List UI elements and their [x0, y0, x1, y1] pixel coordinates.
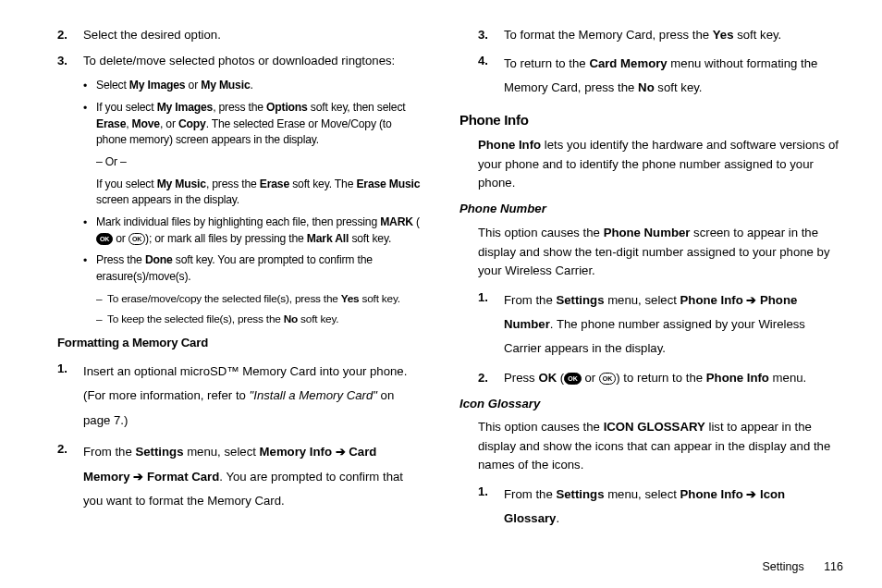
- bullet-text: If you select My Images, press the Optio…: [96, 100, 423, 149]
- format-step-3: 3. To format the Memory Card, press the …: [478, 26, 843, 44]
- bullet-text: Press the Done soft key. You are prompte…: [96, 252, 423, 285]
- step-number: 2.: [57, 26, 83, 44]
- if-music: If you select My Music, press the Erase …: [96, 177, 423, 209]
- format-step-1: 1. Insert an optional microSD™ Memory Ca…: [57, 360, 423, 433]
- ok-icon-filled: OK: [564, 373, 582, 385]
- dash-mark: –: [96, 312, 107, 328]
- icon-glossary-step-1: 1. From the Settings menu, select Phone …: [478, 483, 843, 532]
- step-text: Select the desired option.: [83, 26, 423, 44]
- ok-icon-outline: OK: [599, 373, 617, 385]
- step-text: From the Settings menu, select Phone Inf…: [504, 288, 843, 361]
- step-number: 3.: [478, 26, 504, 44]
- ok-icon-filled: OK: [96, 233, 113, 245]
- step-number: 2.: [57, 440, 83, 513]
- format-step-4: 4. To return to the Card Memory menu wit…: [478, 52, 843, 101]
- step-text: To return to the Card Memory menu withou…: [504, 52, 843, 101]
- heading-phone-number: Phone Number: [459, 200, 843, 218]
- step-number: 1.: [57, 360, 83, 433]
- phone-info-para: Phone Info lets you identify the hardwar…: [478, 136, 843, 192]
- step-3: 3. To delete/move selected photos or dow…: [57, 52, 423, 70]
- step-number: 2.: [478, 369, 504, 387]
- step-2: 2. Select the desired option.: [57, 26, 423, 44]
- bullet-mark: • Mark individual files by highlighting …: [83, 214, 423, 247]
- dash-text: To keep the selected file(s), press the …: [107, 312, 423, 328]
- ok-icon-outline: OK: [129, 233, 145, 245]
- footer-page-number: 116: [824, 560, 843, 573]
- bullet-dot: •: [83, 252, 96, 285]
- step-number: 1.: [478, 483, 504, 532]
- heading-formatting: Formatting a Memory Card: [57, 334, 423, 352]
- bullet-dot: •: [83, 78, 96, 94]
- bullet-dot: •: [83, 214, 96, 247]
- phone-number-step-1: 1. From the Settings menu, select Phone …: [478, 288, 843, 361]
- two-column-layout: 2. Select the desired option. 3. To dele…: [39, 26, 843, 544]
- step-text: From the Settings menu, select Phone Inf…: [504, 483, 843, 532]
- footer-section: Settings: [762, 560, 803, 573]
- bullet-done: • Press the Done soft key. You are promp…: [83, 252, 423, 285]
- step-number: 4.: [478, 52, 504, 101]
- step-number: 1.: [478, 288, 504, 361]
- bullet-if-images: • If you select My Images, press the Opt…: [83, 100, 423, 149]
- phone-number-step-2: 2. Press OK (OK or OK) to return to the …: [478, 369, 843, 387]
- icon-glossary-para: This option causes the ICON GLOSSARY lis…: [478, 418, 843, 474]
- bullet-select: • Select My Images or My Music.: [83, 78, 423, 94]
- heading-icon-glossary: Icon Glossary: [459, 395, 843, 413]
- dash-yes: – To erase/move/copy the selected file(s…: [96, 291, 423, 308]
- dash-text: To erase/move/copy the selected file(s),…: [107, 291, 423, 308]
- format-step-2: 2. From the Settings menu, select Memory…: [57, 440, 423, 513]
- right-column: 3. To format the Memory Card, press the …: [459, 26, 843, 544]
- or-divider: – Or –: [96, 154, 423, 171]
- phone-number-para: This option causes the Phone Number scre…: [478, 224, 843, 280]
- bullet-text: Select My Images or My Music.: [96, 78, 423, 94]
- dash-mark: –: [96, 291, 107, 308]
- left-column: 2. Select the desired option. 3. To dele…: [39, 26, 423, 544]
- step-text: From the Settings menu, select Memory In…: [83, 440, 423, 513]
- step-text: To delete/move selected photos or downlo…: [83, 52, 423, 70]
- step-text: Insert an optional microSD™ Memory Card …: [83, 360, 423, 433]
- page-footer: Settings 116: [762, 560, 843, 573]
- heading-phone-info: Phone Info: [459, 110, 843, 131]
- step-text: Press OK (OK or OK) to return to the Pho…: [504, 369, 843, 387]
- bullet-text: Mark individual files by highlighting ea…: [96, 214, 423, 247]
- dash-no: – To keep the selected file(s), press th…: [96, 312, 423, 328]
- step-text: To format the Memory Card, press the Yes…: [504, 26, 843, 44]
- step-number: 3.: [57, 52, 83, 70]
- bullet-dot: •: [83, 100, 96, 149]
